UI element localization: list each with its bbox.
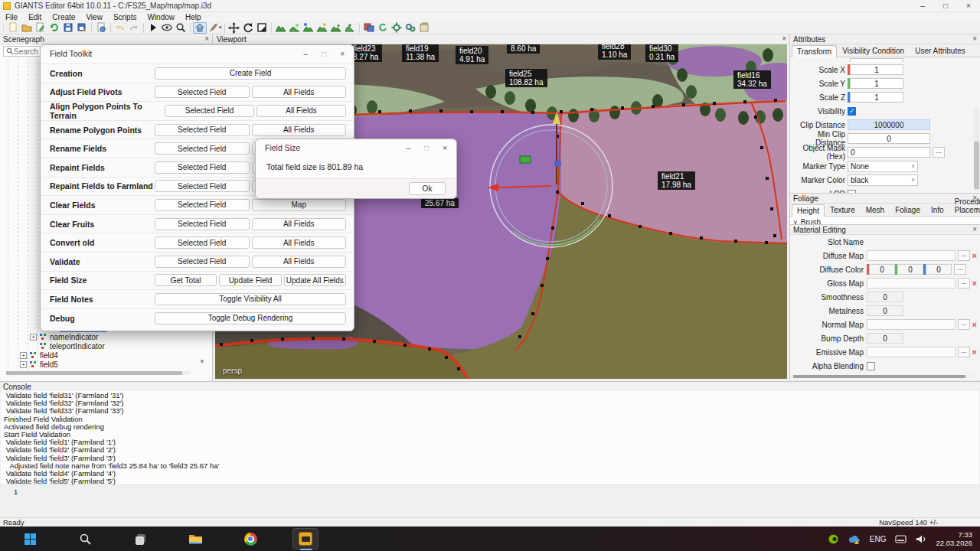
marker-type-select[interactable]: None∨ bbox=[848, 161, 918, 172]
terrain-detail-icon[interactable] bbox=[343, 22, 357, 34]
min-clip-distance-input[interactable] bbox=[848, 133, 930, 144]
terrain-smooth-icon[interactable] bbox=[288, 22, 302, 34]
toolkit-button[interactable]: Get Total bbox=[155, 274, 217, 286]
settings-gear-icon[interactable] bbox=[390, 22, 403, 34]
dialog-close-button[interactable]: × bbox=[443, 144, 447, 152]
new-file-icon[interactable] bbox=[6, 22, 20, 34]
emissive-map-browse-button[interactable]: ... bbox=[958, 347, 970, 357]
translate-mode-icon[interactable] bbox=[227, 22, 241, 34]
diffuse-color-picker-button[interactable]: ... bbox=[954, 264, 966, 275]
ok-button[interactable]: Ok bbox=[409, 182, 446, 195]
toolkit-button[interactable]: Toggle Visibility All bbox=[155, 293, 346, 305]
toolkit-button[interactable]: All Fields bbox=[252, 218, 347, 230]
save-icon[interactable] bbox=[61, 22, 75, 34]
toolkit-button[interactable]: Selected Field bbox=[155, 124, 250, 136]
nvidia-tray-icon[interactable] bbox=[828, 533, 839, 545]
foliage-tab-mesh[interactable]: Mesh bbox=[861, 204, 890, 216]
toolkit-button[interactable]: Toggle Debug Rendering bbox=[155, 312, 346, 324]
dialog-maximize-button[interactable]: □ bbox=[424, 144, 429, 152]
menu-item-window[interactable]: Window bbox=[142, 13, 180, 21]
scenegraph-item[interactable]: teleportIndicator bbox=[0, 341, 207, 350]
attributes-close-icon[interactable]: × bbox=[972, 35, 977, 43]
menu-item-edit[interactable]: Edit bbox=[23, 13, 47, 21]
toolkit-button[interactable]: All Fields bbox=[252, 86, 347, 98]
foliage-tab-height[interactable]: Height bbox=[792, 204, 825, 217]
scale-x-input[interactable] bbox=[850, 64, 903, 75]
scroll-down-icon[interactable]: ▼ bbox=[199, 358, 205, 365]
gloss-map-field[interactable] bbox=[867, 278, 956, 289]
field-toolkit-titlebar[interactable]: Field Toolkit – □ × bbox=[41, 45, 354, 62]
chrome-button[interactable] bbox=[237, 528, 263, 549]
toolkit-button[interactable]: Selected Field bbox=[155, 199, 250, 211]
touch-keyboard-icon[interactable] bbox=[895, 534, 906, 544]
taskbar-clock[interactable]: 7:33 22.03.2026 bbox=[936, 530, 972, 547]
toolkit-button[interactable]: Update Field bbox=[219, 274, 281, 286]
plugins-gear-icon[interactable] bbox=[403, 22, 417, 34]
alpha-blending-checkbox[interactable] bbox=[867, 362, 875, 370]
save-as-icon[interactable] bbox=[75, 22, 89, 34]
toolkit-button[interactable]: All Fields bbox=[256, 105, 346, 117]
material-hscrollbar[interactable] bbox=[793, 375, 975, 378]
menu-item-file[interactable]: File bbox=[0, 13, 23, 21]
giants-editor-taskbar-button[interactable] bbox=[292, 528, 318, 549]
metalness-input[interactable] bbox=[867, 305, 903, 316]
file-explorer-button[interactable] bbox=[182, 528, 208, 549]
marker-color-select[interactable]: black∨ bbox=[848, 174, 918, 186]
toolkit-button[interactable]: Selected Field bbox=[155, 236, 250, 249]
scenegraph-item[interactable]: +field4 bbox=[0, 350, 207, 360]
terrain-foliage-icon[interactable] bbox=[329, 22, 343, 34]
camera-home-icon[interactable] bbox=[193, 22, 207, 34]
taskbar-search-button[interactable] bbox=[72, 528, 98, 549]
viewport-close-icon[interactable]: × bbox=[782, 35, 786, 43]
object-mask-input[interactable] bbox=[848, 147, 930, 158]
gloss-map-browse-button[interactable]: ... bbox=[958, 278, 970, 289]
console-log[interactable]: Validate field 'field31' (Farmland '31')… bbox=[1, 391, 979, 485]
menu-item-scripts[interactable]: Scripts bbox=[108, 13, 142, 21]
toolkit-button[interactable]: Selected Field bbox=[155, 161, 250, 174]
brush-section-header[interactable]: ∨ Brush bbox=[790, 217, 980, 224]
smoothness-input[interactable] bbox=[867, 292, 903, 302]
toolkit-button[interactable]: All Fields bbox=[252, 124, 347, 136]
normal-map-field[interactable] bbox=[867, 319, 956, 330]
reload-icon[interactable] bbox=[47, 22, 61, 34]
menu-item-view[interactable]: View bbox=[80, 13, 108, 21]
scenegraph-item[interactable]: +nameIndicator bbox=[0, 332, 207, 341]
diffuse-color-r-input[interactable] bbox=[869, 264, 895, 275]
console-input[interactable]: 1 bbox=[14, 487, 18, 496]
toolkit-button[interactable]: Selected Field bbox=[155, 86, 250, 98]
menu-item-create[interactable]: Create bbox=[47, 13, 80, 21]
rotate-mode-icon[interactable] bbox=[241, 22, 255, 34]
open-file-icon[interactable] bbox=[20, 22, 34, 34]
attributes-tab-transform[interactable]: Transform bbox=[792, 45, 837, 57]
toolkit-button[interactable]: Update All Fields bbox=[284, 274, 346, 286]
diffuse-color-b-input[interactable] bbox=[926, 264, 952, 275]
scale-y-input[interactable] bbox=[850, 78, 903, 89]
emissive-map-remove-icon[interactable]: × bbox=[972, 347, 977, 357]
task-view-button[interactable] bbox=[127, 528, 153, 549]
material-close-icon[interactable]: × bbox=[972, 226, 977, 233]
visibility-eye-icon[interactable] bbox=[160, 22, 174, 34]
bump-depth-input[interactable] bbox=[867, 333, 903, 344]
dialog-minimize-button[interactable]: – bbox=[304, 50, 309, 58]
foliage-tab-procedural-placement[interactable]: Procedural Placement bbox=[949, 195, 980, 216]
toolkit-button[interactable]: Selected Field bbox=[155, 256, 250, 268]
toolkit-button[interactable]: Selected Field bbox=[155, 142, 250, 155]
toolkit-button[interactable]: All Fields bbox=[252, 256, 347, 268]
scenegraph-hscrollbar[interactable] bbox=[6, 371, 190, 375]
field-size-titlebar[interactable]: Field Size – □ × bbox=[256, 139, 456, 156]
scale-mode-icon[interactable] bbox=[255, 22, 269, 34]
toolkit-button[interactable]: Selected Field bbox=[155, 180, 250, 192]
language-indicator[interactable]: ENG bbox=[870, 535, 887, 543]
normal-map-remove-icon[interactable]: × bbox=[972, 320, 977, 329]
undo-icon[interactable] bbox=[113, 22, 127, 34]
normal-map-browse-button[interactable]: ... bbox=[958, 319, 970, 330]
play-icon[interactable] bbox=[146, 22, 160, 34]
window-minimize-button[interactable]: – bbox=[911, 0, 934, 11]
expander-icon[interactable]: + bbox=[20, 361, 27, 368]
diffuse-color-g-input[interactable] bbox=[897, 264, 923, 275]
toolkit-button[interactable]: Map bbox=[252, 199, 347, 211]
diffuse-map-field[interactable] bbox=[867, 250, 956, 261]
edit-file-icon[interactable] bbox=[34, 22, 47, 34]
draw-mode-caret-icon[interactable]: ▾ bbox=[219, 24, 222, 31]
window-close-button[interactable]: × bbox=[957, 0, 980, 11]
